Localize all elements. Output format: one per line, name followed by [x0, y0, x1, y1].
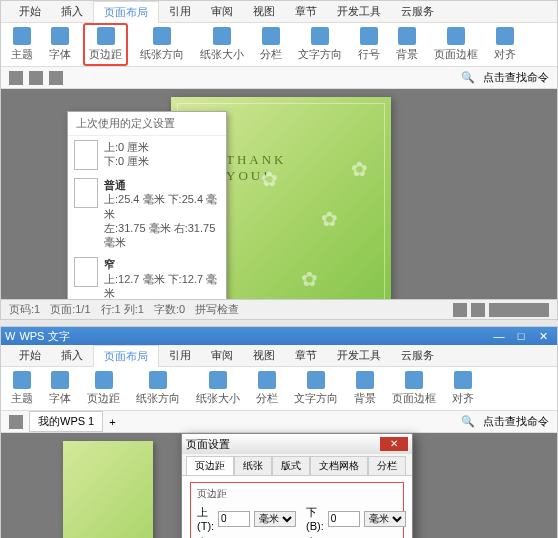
document-area-2: 页面设置 ✕ 页边距 纸张 版式 文档网格 分栏 页边距 上(T): 毫米 下(…	[1, 433, 557, 538]
zoom-slider[interactable]	[489, 303, 549, 317]
app-logo: W	[5, 330, 15, 342]
border-button[interactable]: 页面边框	[430, 25, 482, 64]
font-button[interactable]: 字体	[45, 25, 75, 64]
toolbar: 🔍 点击查找命令	[1, 67, 557, 89]
dialog-titlebar[interactable]: 页面设置 ✕	[182, 434, 412, 454]
redo-icon[interactable]	[49, 71, 63, 85]
textdir-button[interactable]: 文字方向	[294, 25, 346, 64]
minimize-button[interactable]: —	[489, 329, 509, 343]
ribbon-tabs: 开始 插入 页面布局 引用 审阅 视图 章节 开发工具 云服务	[1, 1, 557, 23]
margin-bottom-unit[interactable]: 毫米	[364, 511, 406, 527]
status-mode: 拼写检查	[195, 302, 239, 317]
titlebar: W WPS 文字 — □ ✕	[1, 327, 557, 345]
document-area: 上次使用的定义设置 上:0 厘米下:0 厘米 普通上:25.4 毫米 下:25.…	[1, 89, 557, 299]
align-button[interactable]: 对齐	[490, 25, 520, 64]
tab2-insert[interactable]: 插入	[51, 345, 93, 366]
dlgtab-margins[interactable]: 页边距	[186, 456, 234, 475]
margin-top-input[interactable]	[218, 511, 250, 527]
tab-view[interactable]: 视图	[243, 1, 285, 22]
margin-bottom-input[interactable]	[328, 511, 360, 527]
tab2-cloud[interactable]: 云服务	[391, 345, 444, 366]
orient2-button[interactable]: 纸张方向	[132, 369, 184, 408]
size-button[interactable]: 纸张大小	[196, 25, 248, 64]
dialog-close-button[interactable]: ✕	[380, 437, 408, 451]
margins-button[interactable]: 页边距	[83, 23, 128, 66]
tab-review[interactable]: 审阅	[201, 1, 243, 22]
orientation-button[interactable]: 纸张方向	[136, 25, 188, 64]
add-tab-icon[interactable]: +	[109, 416, 115, 428]
search2-icon[interactable]: 🔍	[461, 415, 475, 428]
linenum-button[interactable]: 行号	[354, 25, 384, 64]
page-setup-dialog: 页面设置 ✕ 页边距 纸张 版式 文档网格 分栏 页边距 上(T): 毫米 下(…	[181, 433, 413, 538]
tab2-section[interactable]: 章节	[285, 345, 327, 366]
save2-icon[interactable]	[9, 415, 23, 429]
border2-button[interactable]: 页面边框	[388, 369, 440, 408]
tab2-dev[interactable]: 开发工具	[327, 345, 391, 366]
status-page: 页码:1	[9, 302, 40, 317]
ribbon-tabs-2: 开始 插入 页面布局 引用 审阅 视图 章节 开发工具 云服务	[1, 345, 557, 367]
ribbon: 主题 字体 页边距 纸张方向 纸张大小 分栏 文字方向 行号 背景 页面边框 对…	[1, 23, 557, 67]
tab-insert[interactable]: 插入	[51, 1, 93, 22]
columns2-button[interactable]: 分栏	[252, 369, 282, 408]
margin-preset-narrow[interactable]: 窄上:12.7 毫米 下:12.7 毫米左:12.7 毫米 右:12.7 毫米	[68, 253, 226, 299]
margin-top-unit[interactable]: 毫米	[254, 511, 296, 527]
dialog-tabs: 页边距 纸张 版式 文档网格 分栏	[182, 454, 412, 476]
tab-home[interactable]: 开始	[9, 1, 51, 22]
tab2-view[interactable]: 视图	[243, 345, 285, 366]
maximize-button[interactable]: □	[511, 329, 531, 343]
align2-button[interactable]: 对齐	[448, 369, 478, 408]
margins2-button[interactable]: 页边距	[83, 369, 124, 408]
dialog-title: 页面设置	[186, 437, 230, 452]
font2-button[interactable]: 字体	[45, 369, 75, 408]
app-title: WPS 文字	[19, 329, 69, 344]
close-button[interactable]: ✕	[533, 329, 553, 343]
view-web-icon[interactable]	[471, 303, 485, 317]
theme-button[interactable]: 主题	[7, 25, 37, 64]
margin-preset-normal[interactable]: 普通上:25.4 毫米 下:25.4 毫米左:31.75 毫米 右:31.75 …	[68, 174, 226, 253]
search-hint[interactable]: 点击查找命令	[483, 70, 549, 85]
margins-group: 页边距 上(T): 毫米 下(B): 毫米 左(L): 毫米 右(R): 毫米	[190, 482, 404, 538]
theme2-button[interactable]: 主题	[7, 369, 37, 408]
dropdown-header: 上次使用的定义设置	[68, 112, 226, 136]
tab-ref[interactable]: 引用	[159, 1, 201, 22]
tab2-ref[interactable]: 引用	[159, 345, 201, 366]
tab-cloud[interactable]: 云服务	[391, 1, 444, 22]
tab-section[interactable]: 章节	[285, 1, 327, 22]
dlgtab-layout[interactable]: 版式	[272, 456, 310, 475]
columns-button[interactable]: 分栏	[256, 25, 286, 64]
margins-dropdown: 上次使用的定义设置 上:0 厘米下:0 厘米 普通上:25.4 毫米 下:25.…	[67, 111, 227, 299]
toolbar-2: 我的WPS 1 + 🔍点击查找命令	[1, 411, 557, 433]
status-pages: 页面:1/1	[50, 302, 90, 317]
bg2-button[interactable]: 背景	[350, 369, 380, 408]
margins-label: 页边距	[197, 487, 397, 501]
margin-preset-last[interactable]: 上:0 厘米下:0 厘米	[68, 136, 226, 174]
dlgtab-paper[interactable]: 纸张	[234, 456, 272, 475]
doc-tab[interactable]: 我的WPS 1	[29, 411, 103, 432]
bg-button[interactable]: 背景	[392, 25, 422, 64]
textdir2-button[interactable]: 文字方向	[290, 369, 342, 408]
tab2-home[interactable]: 开始	[9, 345, 51, 366]
save-icon[interactable]	[9, 71, 23, 85]
size2-button[interactable]: 纸张大小	[192, 369, 244, 408]
undo-icon[interactable]	[29, 71, 43, 85]
document-page-2[interactable]	[63, 441, 153, 538]
view-print-icon[interactable]	[453, 303, 467, 317]
dlgtab-columns[interactable]: 分栏	[368, 456, 406, 475]
tab2-review[interactable]: 审阅	[201, 345, 243, 366]
search-icon[interactable]: 🔍	[461, 71, 475, 84]
dlgtab-grid[interactable]: 文档网格	[310, 456, 368, 475]
tab2-pagelayout[interactable]: 页面布局	[93, 345, 159, 367]
status-words: 字数:0	[154, 302, 185, 317]
tab-dev[interactable]: 开发工具	[327, 1, 391, 22]
statusbar: 页码:1 页面:1/1 行:1 列:1 字数:0 拼写检查	[1, 299, 557, 319]
tab-pagelayout[interactable]: 页面布局	[93, 1, 159, 23]
status-rowcol: 行:1 列:1	[101, 302, 144, 317]
ribbon-2: 主题 字体 页边距 纸张方向 纸张大小 分栏 文字方向 背景 页面边框 对齐	[1, 367, 557, 411]
